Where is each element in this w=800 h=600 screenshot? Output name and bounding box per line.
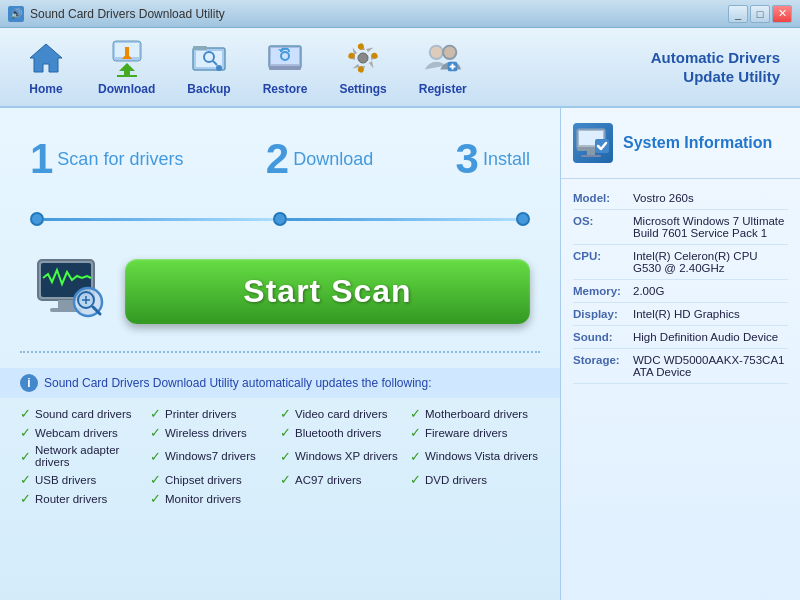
scan-area: Start Scan [0,246,560,336]
driver-item: ✓Webcam drivers [20,425,150,440]
driver-item: ✓Video card drivers [280,406,410,421]
sys-info-row: Storage:WDC WD5000AAKX-753CA1 ATA Device [573,349,788,384]
driver-label: Router drivers [35,493,107,505]
driver-label: DVD drivers [425,474,487,486]
check-icon: ✓ [150,425,161,440]
sys-info-label: Model: [573,192,625,204]
driver-label: Sound card drivers [35,408,132,420]
restore-icon [265,38,305,78]
svg-point-19 [358,53,368,63]
driver-item: ✓Router drivers [20,491,150,506]
start-scan-button[interactable]: Start Scan [125,259,530,324]
sys-info-row: Model:Vostro 260s [573,187,788,210]
check-icon: ✓ [410,472,421,487]
info-banner: i Sound Card Drivers Download Utility au… [0,368,560,398]
check-icon: ✓ [410,425,421,440]
step-3-number: 3 [456,138,479,180]
home-icon [26,38,66,78]
sys-info-value: Microsoft Windows 7 Ultimate Build 7601 … [633,215,788,239]
home-label: Home [29,82,62,96]
driver-item: ✓Wireless drivers [150,425,280,440]
driver-label: Motherboard drivers [425,408,528,420]
toolbar-settings[interactable]: Settings [323,30,402,104]
driver-label: Windows XP drivers [295,450,398,462]
sys-info-header: System Information [561,108,800,179]
info-icon: i [20,374,38,392]
sys-info-label: CPU: [573,250,625,274]
driver-item: ✓Chipset drivers [150,472,280,487]
toolbar-backup[interactable]: Backup [171,30,246,104]
restore-label: Restore [263,82,308,96]
driver-item: ✓Monitor drivers [150,491,280,506]
svg-marker-0 [30,44,62,72]
driver-list: ✓Sound card drivers✓Printer drivers✓Vide… [0,398,560,514]
svg-rect-4 [124,71,130,75]
register-label: Register [419,82,467,96]
toolbar-home[interactable]: Home [10,30,82,104]
sys-info-value: High Definition Audio Device [633,331,788,343]
driver-label: Network adapter drivers [35,444,150,468]
sys-info-row: Display:Intel(R) HD Graphics [573,303,788,326]
sys-info-value: Vostro 260s [633,192,788,204]
driver-label: USB drivers [35,474,96,486]
step-1-label: Scan for drivers [57,149,183,170]
driver-label: Monitor drivers [165,493,241,505]
window-controls[interactable]: _ □ ✕ [728,5,792,23]
auto-update-text: Automatic Drivers Update Utility [651,48,790,87]
backup-label: Backup [187,82,230,96]
close-button[interactable]: ✕ [772,5,792,23]
driver-item: ✓Sound card drivers [20,406,150,421]
progress-dot-3 [516,212,530,226]
main-content: 1 Scan for drivers 2 Download 3 Install [0,108,800,600]
driver-label: Chipset drivers [165,474,242,486]
sys-info-row: Memory:2.00G [573,280,788,303]
driver-item: ✓Windows Vista drivers [410,444,540,468]
step-2-label: Download [293,149,373,170]
left-panel: 1 Scan for drivers 2 Download 3 Install [0,108,560,600]
driver-item: ✓Printer drivers [150,406,280,421]
divider [20,351,540,353]
driver-label: AC97 drivers [295,474,361,486]
sys-info-label: Display: [573,308,625,320]
sys-info-label: Sound: [573,331,625,343]
driver-label: Printer drivers [165,408,237,420]
check-icon: ✓ [150,472,161,487]
sys-info-value: Intel(R) Celeron(R) CPU G530 @ 2.40GHz [633,250,788,274]
maximize-button[interactable]: □ [750,5,770,23]
driver-label: Webcam drivers [35,427,118,439]
driver-item: ✓USB drivers [20,472,150,487]
steps-area: 1 Scan for drivers 2 Download 3 Install [0,108,560,212]
check-icon: ✓ [280,406,291,421]
settings-icon [343,38,383,78]
sys-info-value: Intel(R) HD Graphics [633,308,788,320]
check-icon: ✓ [20,425,31,440]
driver-label: Windows Vista drivers [425,450,538,462]
sys-info-value: WDC WD5000AAKX-753CA1 ATA Device [633,354,788,378]
driver-item: ✓AC97 drivers [280,472,410,487]
svg-rect-9 [196,51,222,67]
svg-rect-5 [117,75,137,77]
sys-info-row: OS:Microsoft Windows 7 Ultimate Build 76… [573,210,788,245]
steps-row: 1 Scan for drivers 2 Download 3 Install [30,138,530,180]
toolbar: Home Download [0,28,800,108]
svg-rect-39 [587,151,595,155]
app-icon: 🔊 [8,6,24,22]
toolbar-download[interactable]: Download [82,30,171,104]
toolbar-restore[interactable]: Restore [247,30,324,104]
progress-dot-2 [273,212,287,226]
scan-monitor-icon [30,256,110,326]
sys-info-row: CPU:Intel(R) Celeron(R) CPU G530 @ 2.40G… [573,245,788,280]
backup-icon [189,38,229,78]
check-icon: ✓ [20,491,31,506]
progress-line-1 [44,218,273,221]
sys-info-icon [573,123,613,163]
minimize-button[interactable]: _ [728,5,748,23]
sys-info-value: 2.00G [633,285,788,297]
title-bar: 🔊 Sound Card Drivers Download Utility _ … [0,0,800,28]
toolbar-items: Home Download [10,30,651,104]
sys-info-row: Sound:High Definition Audio Device [573,326,788,349]
toolbar-register[interactable]: Register [403,30,483,104]
check-icon: ✓ [150,406,161,421]
settings-label: Settings [339,82,386,96]
driver-label: Wireless drivers [165,427,247,439]
